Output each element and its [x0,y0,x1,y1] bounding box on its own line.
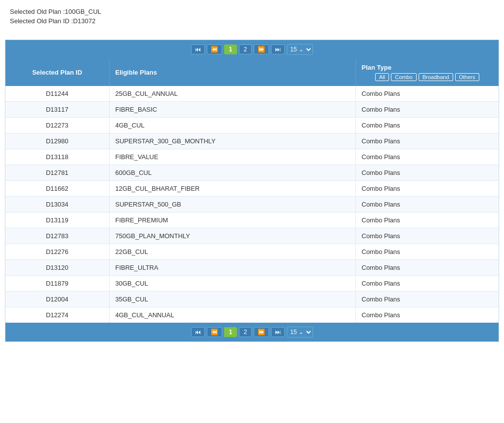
table-row: D1200435GB_CULCombo Plans [5,292,499,307]
cell-plan-id: D13119 [5,212,109,228]
cell-plan-id: D11244 [5,86,109,102]
page-1-button[interactable]: 1 [224,44,237,54]
info-section: Selected Old Plan :100GB_CUL Selected Ol… [0,0,504,35]
cell-plan-type: Combo Plans [355,118,499,133]
bottom-per-page-select[interactable]: 15 ⌄ 25 50 [287,327,313,338]
cell-plan-id: D12004 [5,292,109,307]
cell-plan-type: Combo Plans [355,244,499,260]
table-row: D1166212GB_CUL_BHARAT_FIBERCombo Plans [5,181,499,197]
plans-table-body: D1124425GB_CUL_ANNUALCombo PlansD13117FI… [5,86,499,323]
table-row: D1187930GB_CULCombo Plans [5,276,499,292]
table-row: D12783750GB_PLAN_MONTHLYCombo Plans [5,228,499,244]
cell-eligible-plan: 30GB_CUL [109,276,355,292]
filter-all-button[interactable]: All [375,73,389,81]
cell-plan-id: D12781 [5,165,109,181]
col-header-plan-id: Selected Plan ID [5,59,109,86]
table-row: D1227622GB_CULCombo Plans [5,244,499,260]
col-header-eligible-plans: Eligible Plans [109,59,355,86]
cell-plan-id: D13120 [5,260,109,276]
cell-plan-type: Combo Plans [355,181,499,197]
selected-old-plan: Selected Old Plan :100GB_CUL [10,8,494,15]
cell-plan-type: Combo Plans [355,212,499,228]
table-row: D122734GB_CULCombo Plans [5,118,499,133]
cell-eligible-plan: 25GB_CUL_ANNUAL [109,86,355,102]
cell-eligible-plan: 4GB_CUL_ANNUAL [109,307,355,323]
top-pagination-bar: ⏮ ⏪ 1 2 ⏩ ⏭ 15 ⌄ 25 50 [5,40,499,59]
plans-table: Selected Plan ID Eligible Plans Plan Typ… [5,59,499,323]
bottom-page-2-button[interactable]: 2 [239,327,252,337]
selected-old-plan-id-label: Selected Old Plan ID : [10,17,73,25]
bottom-next-page-button[interactable]: ⏩ [254,327,269,337]
selected-old-plan-label: Selected Old Plan : [10,8,65,15]
cell-plan-id: D12276 [5,244,109,260]
cell-plan-id: D12783 [5,228,109,244]
col-header-plan-type: Plan Type All Combo Broadband Others [355,59,499,86]
cell-eligible-plan: 750GB_PLAN_MONTHLY [109,228,355,244]
selected-old-plan-id-value: D13072 [73,17,96,25]
plan-table-container: ⏮ ⏪ 1 2 ⏩ ⏭ 15 ⌄ 25 50 Selected Plan ID … [5,40,499,342]
selected-old-plan-value: 100GB_CUL [65,8,101,15]
cell-plan-id: D13117 [5,102,109,118]
cell-eligible-plan: 35GB_CUL [109,292,355,307]
cell-plan-id: D11662 [5,181,109,197]
cell-plan-id: D12274 [5,307,109,323]
plan-type-filters: All Combo Broadband Others [362,73,493,81]
table-row: D1124425GB_CUL_ANNUALCombo Plans [5,86,499,102]
filter-combo-button[interactable]: Combo [391,73,416,81]
cell-plan-type: Combo Plans [355,276,499,292]
table-row: D12781600GB_CULCombo Plans [5,165,499,181]
cell-plan-type: Combo Plans [355,102,499,118]
table-row: D13117FIBRE_BASICCombo Plans [5,102,499,118]
cell-eligible-plan: 600GB_CUL [109,165,355,181]
table-row: D122744GB_CUL_ANNUALCombo Plans [5,307,499,323]
selected-old-plan-id: Selected Old Plan ID :D13072 [10,17,494,25]
cell-plan-type: Combo Plans [355,292,499,307]
cell-plan-type: Combo Plans [355,165,499,181]
table-row: D13119FIBRE_PREMIUMCombo Plans [5,212,499,228]
cell-plan-type: Combo Plans [355,133,499,149]
filter-others-button[interactable]: Others [455,73,479,81]
cell-eligible-plan: FIBRE_ULTRA [109,260,355,276]
cell-eligible-plan: FIBRE_PREMIUM [109,212,355,228]
cell-plan-id: D12980 [5,133,109,149]
page-2-button[interactable]: 2 [239,44,252,54]
table-row: D13118FIBRE_VALUECombo Plans [5,149,499,165]
cell-plan-type: Combo Plans [355,228,499,244]
next-page-button[interactable]: ⏩ [254,44,269,54]
cell-plan-type: Combo Plans [355,307,499,323]
table-row: D13120FIBRE_ULTRACombo Plans [5,260,499,276]
cell-eligible-plan: SUPERSTAR_500_GB [109,197,355,212]
per-page-select[interactable]: 15 ⌄ 25 50 [287,44,313,55]
table-row: D12980SUPERSTAR_300_GB_MONTHLYCombo Plan… [5,133,499,149]
bottom-page-1-button[interactable]: 1 [224,327,237,337]
bottom-pagination-bar: ⏮ ⏪ 1 2 ⏩ ⏭ 15 ⌄ 25 50 [5,323,499,341]
filter-broadband-button[interactable]: Broadband [419,73,453,81]
cell-eligible-plan: FIBRE_VALUE [109,149,355,165]
cell-plan-id: D11879 [5,276,109,292]
cell-eligible-plan: 22GB_CUL [109,244,355,260]
bottom-first-page-button[interactable]: ⏮ [191,327,205,337]
cell-plan-type: Combo Plans [355,86,499,102]
table-row: D13034SUPERSTAR_500_GBCombo Plans [5,197,499,212]
cell-plan-type: Combo Plans [355,197,499,212]
cell-plan-id: D13034 [5,197,109,212]
first-page-button[interactable]: ⏮ [191,44,205,54]
cell-eligible-plan: FIBRE_BASIC [109,102,355,118]
bottom-last-page-button[interactable]: ⏭ [271,327,285,337]
bottom-prev-page-button[interactable]: ⏪ [207,327,222,337]
prev-page-button[interactable]: ⏪ [207,44,222,54]
last-page-button[interactable]: ⏭ [271,44,285,54]
cell-eligible-plan: 4GB_CUL [109,118,355,133]
cell-eligible-plan: 12GB_CUL_BHARAT_FIBER [109,181,355,197]
cell-plan-type: Combo Plans [355,149,499,165]
cell-plan-id: D12273 [5,118,109,133]
cell-plan-type: Combo Plans [355,260,499,276]
cell-plan-id: D13118 [5,149,109,165]
cell-eligible-plan: SUPERSTAR_300_GB_MONTHLY [109,133,355,149]
